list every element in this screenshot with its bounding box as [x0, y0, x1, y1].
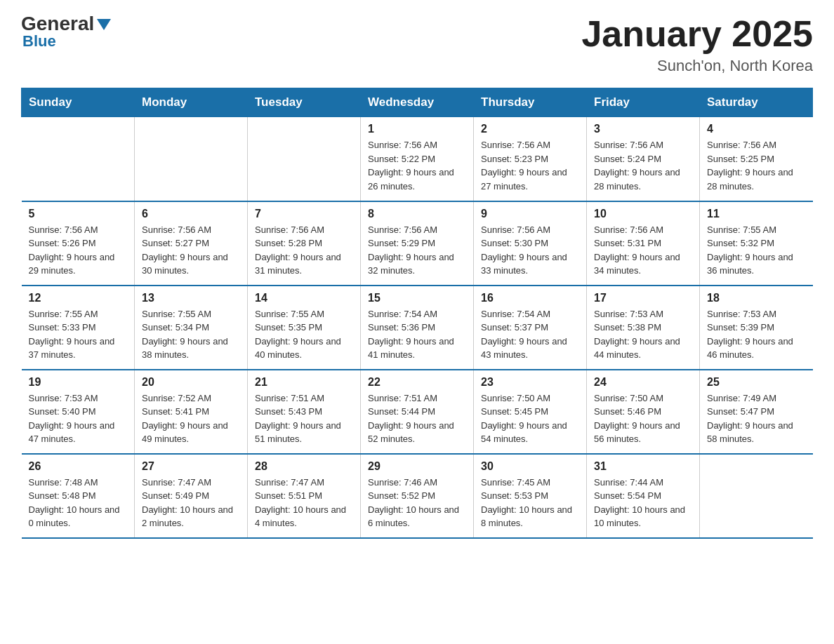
day-number: 13: [142, 292, 240, 304]
day-number: 12: [29, 292, 128, 304]
calendar-cell: 24Sunrise: 7:50 AMSunset: 5:46 PMDayligh…: [587, 370, 700, 454]
day-info: Sunrise: 7:53 AMSunset: 5:38 PMDaylight:…: [594, 307, 692, 362]
header-day-wednesday: Wednesday: [361, 88, 474, 117]
month-title: January 2025: [581, 14, 813, 54]
day-number: 7: [255, 208, 353, 220]
day-number: 20: [142, 376, 240, 389]
calendar-cell: 9Sunrise: 7:56 AMSunset: 5:30 PMDaylight…: [474, 201, 587, 286]
calendar-table: SundayMondayTuesdayWednesdayThursdayFrid…: [21, 88, 813, 539]
day-info: Sunrise: 7:53 AMSunset: 5:40 PMDaylight:…: [29, 391, 128, 446]
title-section: January 2025 Sunch'on, North Korea: [581, 14, 813, 75]
day-info: Sunrise: 7:54 AMSunset: 5:37 PMDaylight:…: [481, 307, 579, 362]
day-info: Sunrise: 7:55 AMSunset: 5:32 PMDaylight:…: [707, 223, 806, 278]
day-number: 24: [594, 376, 692, 389]
header-day-friday: Friday: [587, 88, 700, 117]
day-info: Sunrise: 7:51 AMSunset: 5:44 PMDaylight:…: [368, 391, 466, 446]
day-info: Sunrise: 7:56 AMSunset: 5:28 PMDaylight:…: [255, 223, 353, 278]
page-header: General Blue January 2025 Sunch'on, Nort…: [21, 14, 813, 75]
calendar-cell: [135, 117, 248, 201]
day-number: 19: [29, 376, 128, 389]
day-info: Sunrise: 7:46 AMSunset: 5:52 PMDaylight:…: [368, 476, 466, 530]
calendar-week-5: 26Sunrise: 7:48 AMSunset: 5:48 PMDayligh…: [22, 454, 813, 538]
calendar-cell: 13Sunrise: 7:55 AMSunset: 5:34 PMDayligh…: [135, 286, 248, 370]
calendar-cell: 22Sunrise: 7:51 AMSunset: 5:44 PMDayligh…: [361, 370, 474, 454]
calendar-header: SundayMondayTuesdayWednesdayThursdayFrid…: [22, 88, 813, 117]
day-info: Sunrise: 7:50 AMSunset: 5:45 PMDaylight:…: [481, 391, 579, 446]
day-info: Sunrise: 7:51 AMSunset: 5:43 PMDaylight:…: [255, 391, 353, 446]
calendar-cell: 12Sunrise: 7:55 AMSunset: 5:33 PMDayligh…: [22, 286, 135, 370]
logo-general-text: General: [21, 14, 94, 34]
day-number: 23: [481, 376, 579, 389]
calendar-cell: 21Sunrise: 7:51 AMSunset: 5:43 PMDayligh…: [248, 370, 361, 454]
calendar-cell: 23Sunrise: 7:50 AMSunset: 5:45 PMDayligh…: [474, 370, 587, 454]
calendar-cell: 29Sunrise: 7:46 AMSunset: 5:52 PMDayligh…: [361, 454, 474, 538]
header-day-monday: Monday: [135, 88, 248, 117]
day-info: Sunrise: 7:45 AMSunset: 5:53 PMDaylight:…: [481, 476, 579, 530]
day-info: Sunrise: 7:56 AMSunset: 5:29 PMDaylight:…: [368, 223, 466, 278]
calendar-cell: 10Sunrise: 7:56 AMSunset: 5:31 PMDayligh…: [587, 201, 700, 286]
calendar-cell: 26Sunrise: 7:48 AMSunset: 5:48 PMDayligh…: [22, 454, 135, 538]
day-info: Sunrise: 7:56 AMSunset: 5:26 PMDaylight:…: [29, 223, 128, 278]
calendar-cell: 18Sunrise: 7:53 AMSunset: 5:39 PMDayligh…: [700, 286, 813, 370]
day-info: Sunrise: 7:55 AMSunset: 5:34 PMDaylight:…: [142, 307, 240, 362]
day-number: 26: [29, 460, 128, 473]
day-number: 17: [594, 292, 692, 304]
day-number: 30: [481, 460, 579, 473]
day-number: 8: [368, 208, 466, 220]
calendar-cell: 31Sunrise: 7:44 AMSunset: 5:54 PMDayligh…: [587, 454, 700, 538]
header-day-tuesday: Tuesday: [248, 88, 361, 117]
day-info: Sunrise: 7:55 AMSunset: 5:35 PMDaylight:…: [255, 307, 353, 362]
day-info: Sunrise: 7:52 AMSunset: 5:41 PMDaylight:…: [142, 391, 240, 446]
header-day-thursday: Thursday: [474, 88, 587, 117]
calendar-cell: [700, 454, 813, 538]
calendar-cell: 5Sunrise: 7:56 AMSunset: 5:26 PMDaylight…: [22, 201, 135, 286]
header-day-saturday: Saturday: [700, 88, 813, 117]
header-day-sunday: Sunday: [22, 88, 135, 117]
day-info: Sunrise: 7:44 AMSunset: 5:54 PMDaylight:…: [594, 476, 692, 530]
calendar-cell: [248, 117, 361, 201]
calendar-cell: 17Sunrise: 7:53 AMSunset: 5:38 PMDayligh…: [587, 286, 700, 370]
calendar-cell: 15Sunrise: 7:54 AMSunset: 5:36 PMDayligh…: [361, 286, 474, 370]
day-info: Sunrise: 7:56 AMSunset: 5:22 PMDaylight:…: [368, 138, 466, 193]
day-number: 10: [594, 208, 692, 220]
day-info: Sunrise: 7:56 AMSunset: 5:30 PMDaylight:…: [481, 223, 579, 278]
day-number: 29: [368, 460, 466, 473]
day-number: 14: [255, 292, 353, 304]
calendar-cell: 25Sunrise: 7:49 AMSunset: 5:47 PMDayligh…: [700, 370, 813, 454]
calendar-week-2: 5Sunrise: 7:56 AMSunset: 5:26 PMDaylight…: [22, 201, 813, 286]
calendar-cell: 19Sunrise: 7:53 AMSunset: 5:40 PMDayligh…: [22, 370, 135, 454]
day-number: 1: [368, 123, 466, 135]
calendar-cell: 2Sunrise: 7:56 AMSunset: 5:23 PMDaylight…: [474, 117, 587, 201]
calendar-cell: 6Sunrise: 7:56 AMSunset: 5:27 PMDaylight…: [135, 201, 248, 286]
calendar-cell: 4Sunrise: 7:56 AMSunset: 5:25 PMDaylight…: [700, 117, 813, 201]
day-number: 31: [594, 460, 692, 473]
day-info: Sunrise: 7:49 AMSunset: 5:47 PMDaylight:…: [707, 391, 806, 446]
calendar-cell: 28Sunrise: 7:47 AMSunset: 5:51 PMDayligh…: [248, 454, 361, 538]
day-info: Sunrise: 7:54 AMSunset: 5:36 PMDaylight:…: [368, 307, 466, 362]
calendar-cell: 7Sunrise: 7:56 AMSunset: 5:28 PMDaylight…: [248, 201, 361, 286]
calendar-cell: 16Sunrise: 7:54 AMSunset: 5:37 PMDayligh…: [474, 286, 587, 370]
day-number: 6: [142, 208, 240, 220]
calendar-cell: 8Sunrise: 7:56 AMSunset: 5:29 PMDaylight…: [361, 201, 474, 286]
calendar-cell: 1Sunrise: 7:56 AMSunset: 5:22 PMDaylight…: [361, 117, 474, 201]
logo-blue-text: Blue: [22, 32, 56, 51]
day-number: 28: [255, 460, 353, 473]
calendar-cell: 11Sunrise: 7:55 AMSunset: 5:32 PMDayligh…: [700, 201, 813, 286]
day-number: 5: [29, 208, 128, 220]
calendar-cell: 3Sunrise: 7:56 AMSunset: 5:24 PMDaylight…: [587, 117, 700, 201]
day-info: Sunrise: 7:47 AMSunset: 5:49 PMDaylight:…: [142, 476, 240, 530]
calendar-week-1: 1Sunrise: 7:56 AMSunset: 5:22 PMDaylight…: [22, 117, 813, 201]
day-info: Sunrise: 7:53 AMSunset: 5:39 PMDaylight:…: [707, 307, 806, 362]
calendar-cell: 30Sunrise: 7:45 AMSunset: 5:53 PMDayligh…: [474, 454, 587, 538]
calendar-body: 1Sunrise: 7:56 AMSunset: 5:22 PMDaylight…: [22, 117, 813, 538]
logo: General Blue: [21, 14, 111, 51]
day-number: 22: [368, 376, 466, 389]
day-number: 9: [481, 208, 579, 220]
day-info: Sunrise: 7:50 AMSunset: 5:46 PMDaylight:…: [594, 391, 692, 446]
day-number: 16: [481, 292, 579, 304]
day-number: 15: [368, 292, 466, 304]
day-number: 2: [481, 123, 579, 135]
day-number: 25: [707, 376, 806, 389]
day-info: Sunrise: 7:55 AMSunset: 5:33 PMDaylight:…: [29, 307, 128, 362]
calendar-week-3: 12Sunrise: 7:55 AMSunset: 5:33 PMDayligh…: [22, 286, 813, 370]
